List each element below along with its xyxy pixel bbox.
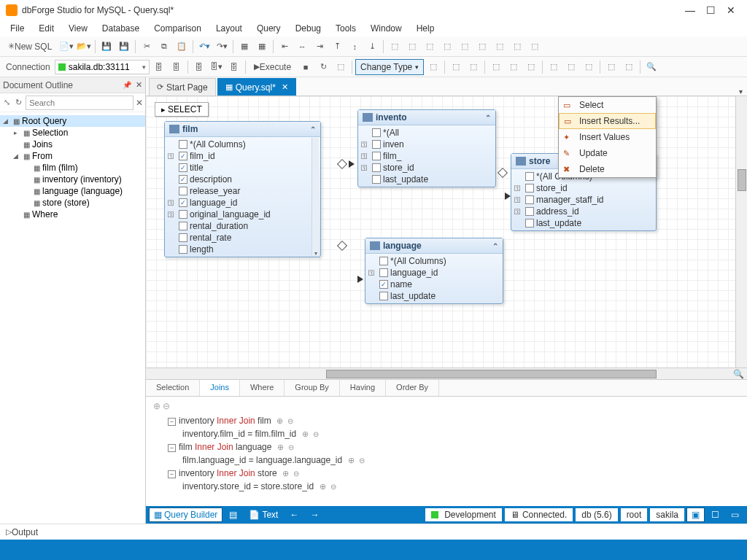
column-checkbox[interactable] [379,257,388,265]
collapse-icon[interactable]: ⌃ [485,114,491,122]
output-bar[interactable]: ▷ Output [0,524,747,540]
joins-add-row[interactable]: ⊕ ⊖ [153,401,740,414]
join-row[interactable]: −inventory Inner Join store ⊕⊖ [153,467,740,480]
column-checkbox[interactable] [525,195,534,204]
column-row[interactable]: *(All Columns) [365,255,503,267]
copy-button[interactable]: ⧉ [156,39,172,55]
column-checkbox[interactable] [525,207,534,216]
stop-button[interactable]: ■ [298,59,314,75]
tree-root-query[interactable]: ◢▦Root Query [0,115,145,127]
tree-from[interactable]: ◢▦From [0,150,145,162]
dropdown-insert-values[interactable]: ✦Insert Values [559,129,656,145]
connection-combo[interactable]: sakila.db:33111 [55,60,150,74]
tb2-h[interactable]: ⬚ [546,59,562,75]
menu-tools[interactable]: Tools [328,22,363,35]
column-checkbox[interactable] [379,292,388,300]
query-builder-view-button[interactable]: ▦ Query Builder [149,508,222,522]
db-btn-4[interactable]: 🗄▾ [209,59,225,75]
remove-icon[interactable]: ⊖ [287,417,293,425]
qtab-selection[interactable]: Selection [146,380,200,396]
db-btn-1[interactable]: 🗄 [151,59,167,75]
tabs-more-icon[interactable]: ▾ [735,88,747,96]
column-checkbox[interactable] [179,233,187,242]
column-checkbox[interactable] [525,219,534,228]
column-checkbox[interactable] [525,184,534,192]
column-row[interactable]: ⚿inven [358,139,495,150]
cut-button[interactable]: ✂ [139,39,155,55]
tb-f[interactable]: ⬚ [509,39,525,55]
tb2-g[interactable]: ⬚ [523,59,539,75]
column-row[interactable]: description [165,174,320,185]
column-checkbox[interactable] [379,268,388,277]
add-icon[interactable]: ⊕ [277,443,284,451]
menu-database[interactable]: Database [95,22,147,35]
select-badge[interactable]: ▸ SELECT [155,102,209,117]
save-button[interactable]: 💾 [98,39,115,55]
menu-debug[interactable]: Debug [288,22,328,35]
collapse-icon[interactable]: ⌃ [310,125,316,133]
table-language[interactable]: language⌃ *(All Columns)⚿language_idname… [365,238,503,304]
column-row[interactable]: ⚿original_language_id [165,209,320,220]
tb-e[interactable]: ⬚ [492,39,508,55]
add-icon[interactable]: ⊕ [302,429,309,438]
column-checkbox[interactable] [179,140,187,149]
layout-3-button[interactable]: ▭ [726,508,744,522]
column-checkbox[interactable] [372,152,381,160]
qtab-orderby[interactable]: Order By [386,380,439,396]
qtab-having[interactable]: Having [340,380,386,396]
align-top-button[interactable]: ⤒ [329,39,345,55]
menu-window[interactable]: Window [363,22,409,35]
tb2-e[interactable]: ⬚ [488,59,504,75]
tree-from-film[interactable]: ▦film (film) [0,162,145,174]
column-checkbox[interactable] [179,175,187,184]
tree-from-store[interactable]: ▦store (store) [0,197,145,209]
save-all-button[interactable]: 💾̤ [116,39,132,55]
tb2-j[interactable]: ⬚ [581,59,597,75]
join-condition[interactable]: inventory.film_id = film.film_id ⊕⊖ [153,427,740,440]
change-type-button[interactable]: Change Type▾ [355,59,424,75]
nav-next-button[interactable]: → [305,508,324,522]
align-center-button[interactable]: ↔ [294,39,310,55]
tb-b[interactable]: ▦ [254,39,270,55]
tb-d[interactable]: ⬚ [474,39,490,55]
column-row[interactable]: ⚿language_id [365,267,503,279]
tb-g[interactable]: ⬚ [527,39,543,55]
maximize-button[interactable]: ☐ [700,3,721,18]
tb-a[interactable]: ▦ [236,39,252,55]
column-checkbox[interactable] [372,140,381,149]
table-film[interactable]: film⌃ *(All Columns)⚿film_idtitledescrip… [164,121,321,257]
collapse-icon[interactable]: ⌃ [492,242,498,250]
add-icon[interactable]: ⊕ [320,482,326,491]
remove-icon[interactable]: ⊖ [313,430,319,438]
minimize-button[interactable]: — [680,3,700,18]
join-row[interactable]: −film Inner Join language ⊕⊖ [153,440,740,454]
dist-h-button[interactable]: ⬚ [387,39,403,55]
dropdown-update[interactable]: ✎Update [559,145,656,161]
tb2-c[interactable]: ⬚ [448,59,464,75]
column-row[interactable]: ⚿language_id [165,197,320,209]
table-inventory[interactable]: invento⌃ *(All⚿inven⚿film_⚿store_idlast_… [357,109,496,187]
column-checkbox[interactable] [372,175,381,184]
data-view-button[interactable]: ▤ [224,508,242,522]
column-checkbox[interactable] [179,210,187,219]
dropdown-select[interactable]: ▭Select [559,97,656,113]
column-checkbox[interactable] [179,245,187,254]
redo-button[interactable]: ↷▾ [214,39,230,55]
nav-prev-button[interactable]: ← [285,508,303,522]
dist-v-button[interactable]: ⬚ [404,39,420,55]
tb2-b[interactable]: ⬚ [425,59,441,75]
menu-query[interactable]: Query [249,22,288,35]
refresh-icon[interactable]: ↻ [14,96,25,110]
column-row[interactable]: last_update [358,174,495,185]
size-w-button[interactable]: ⬚ [422,39,438,55]
tb2-k[interactable]: ⬚ [603,59,619,75]
add-icon[interactable]: ⊕ [276,416,283,425]
align-left-button[interactable]: ⇤ [276,39,293,55]
menu-file[interactable]: File [3,22,31,35]
menu-layout[interactable]: Layout [209,22,249,35]
column-row[interactable]: last_update [511,217,656,229]
tb2-m[interactable]: 🔍 [643,59,659,75]
new-sql-button[interactable]: ✳ New SQL [3,39,57,55]
collapse-all-icon[interactable]: ⤡ [1,96,12,110]
column-row[interactable]: ⚿store_id [511,182,656,194]
